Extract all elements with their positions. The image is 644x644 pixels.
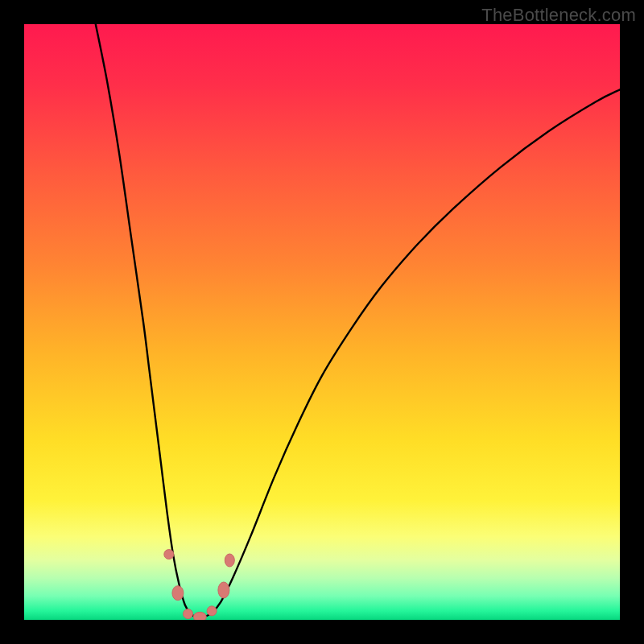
curve-marker xyxy=(218,582,229,598)
plot-area xyxy=(24,24,620,620)
curve-marker xyxy=(164,550,174,559)
curve-marker xyxy=(207,606,217,616)
curve-layer xyxy=(24,24,620,620)
bottleneck-curve xyxy=(96,24,620,618)
curve-marker xyxy=(225,554,234,567)
watermark-text: TheBottleneck.com xyxy=(481,5,636,26)
chart-frame: TheBottleneck.com xyxy=(0,0,644,644)
curve-marker xyxy=(193,612,206,620)
curve-marker xyxy=(184,609,193,619)
curve-marker xyxy=(172,586,184,601)
